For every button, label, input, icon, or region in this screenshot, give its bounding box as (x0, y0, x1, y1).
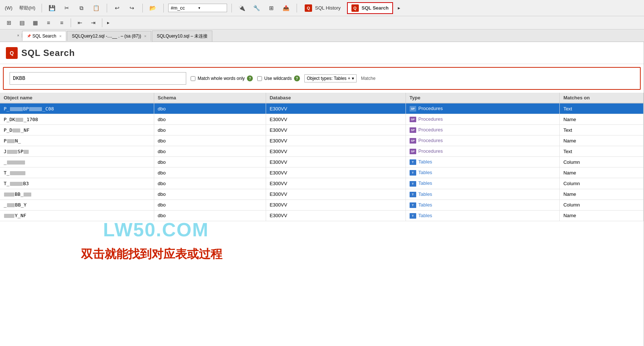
table-row[interactable]: Y_NFdboE300VVTTablesName (0, 210, 644, 221)
table-row[interactable]: _dboE300VVTTablesColumn (0, 157, 644, 167)
cell-object-name: T_B3 (0, 178, 154, 189)
open-button[interactable]: 📂 (147, 3, 159, 13)
cell-schema: dbo (154, 157, 266, 167)
copy-icon: ⧉ (78, 4, 86, 12)
proc-type-icon: SP (410, 138, 416, 144)
search-input[interactable] (10, 72, 186, 85)
cell-matches-on: Column (559, 157, 643, 167)
cell-object-name: _BB_Y (0, 200, 154, 210)
tab-sql-search[interactable]: 📌 SQL Search × (22, 31, 66, 41)
type-label: Tables (418, 170, 432, 175)
cell-matches-on: Column (559, 200, 643, 210)
logo-letter: Q (10, 50, 14, 56)
cell-type: SPProcedures (406, 125, 559, 135)
proc-type-icon: SP (410, 106, 416, 112)
results-area[interactable]: Object name Schema Database Type Matches… (0, 93, 644, 346)
cell-database: E300VV (266, 157, 406, 167)
use-wildcards-help-icon[interactable]: ? (294, 75, 300, 81)
cell-database: E300VV (266, 125, 406, 135)
cut-button[interactable]: ✂ (61, 3, 73, 13)
menu-help-button[interactable]: 帮助(H) (17, 4, 37, 13)
match-whole-words-group: Match whole words only ? (191, 75, 253, 81)
col-object-name: Object name (0, 93, 154, 103)
table-row[interactable]: P_DK_1708dboE300VVSPProceduresName (0, 114, 644, 125)
align-btn-2[interactable]: ≡ (56, 18, 68, 28)
paste-button[interactable]: 📋 (91, 3, 102, 13)
separator-1 (42, 4, 42, 13)
settings-icon: 🔧 (253, 4, 261, 12)
connect-button[interactable]: 🔌 (236, 3, 248, 13)
format-btn-3[interactable]: ▦ (29, 18, 41, 28)
cell-matches-on: Name (559, 114, 643, 125)
export-button[interactable]: 📤 (280, 3, 292, 13)
db-selector-value: #m_cc (171, 5, 197, 11)
left-panel-close[interactable]: × (15, 33, 22, 38)
separator-6 (297, 4, 297, 13)
table-row[interactable]: P_BP_C08dboE300VVSPProceduresText (0, 103, 644, 114)
col-database: Database (266, 93, 406, 103)
menu-w-button[interactable]: (W) (3, 4, 14, 12)
grid-button[interactable]: ⊞ (266, 3, 277, 13)
cell-database: E300VV (266, 167, 406, 178)
indent-btn-1[interactable]: ⇤ (74, 18, 86, 28)
search-bar-area: Match whole words only ? Use wildcards ?… (3, 67, 641, 90)
cell-type: SPProcedures (406, 135, 559, 146)
tab-query12-close[interactable]: × (144, 34, 146, 38)
cell-schema: dbo (154, 178, 266, 189)
cell-object-name: P_DK_1708 (0, 114, 154, 125)
type-label: Tables (418, 180, 432, 186)
separator-3 (142, 4, 143, 13)
format-btn-2[interactable]: ▤ (16, 18, 28, 28)
table-type-icon: T (410, 159, 416, 165)
table-row[interactable]: P_D_NFdboE300VVSPProceduresText (0, 125, 644, 135)
sql-history-button[interactable]: Q SQL History (301, 3, 344, 14)
sql-search-toolbar-button[interactable]: Q SQL Search (347, 2, 393, 14)
database-selector[interactable]: #m_cc ▾ (168, 4, 227, 12)
col-schema: Schema (154, 93, 266, 103)
cell-matches-on: Text (559, 146, 643, 157)
redo-button[interactable]: ↪ (126, 3, 138, 13)
table-row[interactable]: PN_dboE300VVSPProceduresName (0, 135, 644, 146)
more-btn[interactable]: ▸ (105, 19, 112, 27)
table-row[interactable]: JSPdboE300VVSPProceduresText (0, 146, 644, 157)
table-row[interactable]: _BB_YdboE300VVTTablesColumn (0, 200, 644, 210)
save-button[interactable]: 💾 (46, 3, 58, 13)
table-row[interactable]: BB_dboE300VVTTablesName (0, 189, 644, 200)
cell-schema: dbo (154, 135, 266, 146)
undo-button[interactable]: ↩ (112, 3, 123, 13)
align-btn-1[interactable]: ≡ (43, 18, 54, 28)
proc-type-icon: SP (410, 117, 416, 122)
align-icon-1: ≡ (45, 19, 53, 27)
indent-btn-2[interactable]: ⇥ (87, 18, 99, 28)
tab-sql-search-label: SQL Search (32, 33, 56, 39)
col-type: Type (406, 93, 559, 103)
tab-sql-search-close[interactable]: × (59, 34, 61, 38)
table-row[interactable]: T_dboE300VVTTablesName (0, 167, 644, 178)
table-row[interactable]: T_B3dboE300VVTTablesColumn (0, 178, 644, 189)
cell-matches-on: Text (559, 103, 643, 114)
format-icon-2: ▤ (18, 19, 26, 27)
use-wildcards-checkbox[interactable] (257, 76, 262, 81)
object-types-dropdown[interactable]: Object types: Tables + ▾ (304, 74, 357, 82)
sql-search-toolbar-label: SQL Search (362, 5, 389, 11)
cell-schema: dbo (154, 167, 266, 178)
table-type-icon: T (410, 213, 416, 219)
search-row: Match whole words only ? Use wildcards ?… (10, 72, 634, 85)
cell-type: SPProcedures (406, 146, 559, 157)
settings-button[interactable]: 🔧 (251, 3, 263, 13)
export-icon: 📤 (282, 4, 290, 12)
match-whole-words-checkbox[interactable] (191, 76, 195, 81)
cell-type: TTables (406, 189, 559, 200)
copy-button[interactable]: ⧉ (76, 3, 88, 13)
undo-icon: ↩ (113, 4, 121, 12)
tab-query10-label: SQLQuery10.sql – 未连接 (157, 33, 208, 39)
type-label: Tables (418, 213, 432, 218)
cell-database: E300VV (266, 135, 406, 146)
format-btn-1[interactable]: ⊞ (3, 18, 15, 28)
match-whole-words-help-icon[interactable]: ? (247, 75, 253, 81)
tab-query10[interactable]: SQLQuery10.sql – 未连接 (152, 31, 212, 42)
results-table: Object name Schema Database Type Matches… (0, 93, 644, 221)
tab-query12[interactable]: SQLQuery12.sql -....__ . – (sa (87)) × (67, 31, 151, 41)
sql-search-logo: Q (6, 47, 18, 59)
toolbar-more-button[interactable]: ▸ (396, 4, 402, 12)
